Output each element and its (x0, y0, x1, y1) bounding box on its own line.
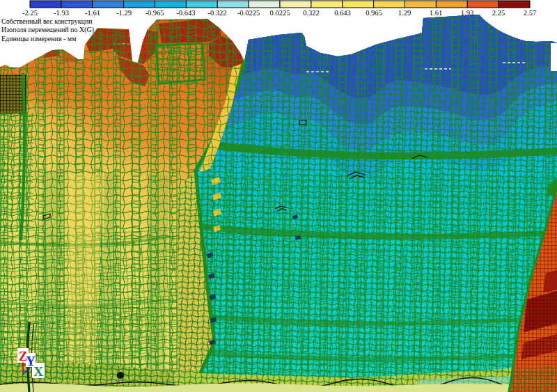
svg-text:-1.29: -1.29 (116, 9, 132, 17)
svg-text:0.965: 0.965 (366, 9, 382, 17)
svg-text:-1.93: -1.93 (54, 9, 69, 17)
svg-text:-0.322: -0.322 (207, 9, 226, 17)
svg-text:1.93: 1.93 (461, 9, 473, 17)
svg-text:2.25: 2.25 (492, 9, 505, 17)
svg-text:1.61: 1.61 (430, 9, 442, 17)
svg-text:-0.0225: -0.0225 (237, 9, 260, 17)
svg-text:X: X (33, 364, 43, 379)
svg-text:1.29: 1.29 (398, 9, 411, 17)
svg-text:Изополя перемещений по X(G): Изополя перемещений по X(G) (1, 26, 94, 34)
svg-text:-0.965: -0.965 (145, 9, 164, 17)
svg-text:Единицы измерения - мм: Единицы измерения - мм (1, 35, 77, 42)
svg-text:2.57: 2.57 (524, 9, 536, 17)
svg-text:Собственный вес конструкции: Собственный вес конструкции (1, 17, 93, 25)
svg-text:0.643: 0.643 (334, 9, 351, 17)
svg-text:0.322: 0.322 (303, 9, 320, 17)
svg-text:0.0225: 0.0225 (270, 9, 290, 17)
svg-text:-0.643: -0.643 (176, 9, 195, 17)
svg-text:-1.61: -1.61 (85, 9, 100, 17)
svg-text:-2.25: -2.25 (22, 9, 38, 17)
